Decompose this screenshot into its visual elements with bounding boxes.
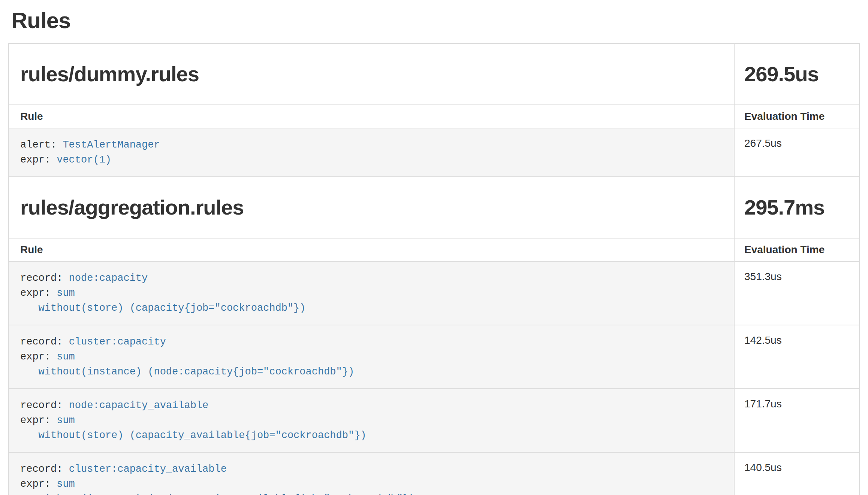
evaluation-time-column-header: Evaluation Time [735,238,859,261]
group-title: rules/aggregation.rules [9,176,735,238]
rule-expr-link[interactable]: without(instance) (node:capacity{job="co… [20,366,354,377]
rule-row: record: node:capacity_available expr: su… [9,388,735,452]
rule-field-key: expr: [20,415,57,426]
rules-page: Rules rules/dummy.rules269.5usRuleEvalua… [0,0,868,495]
rule-field-key: expr: [20,154,57,165]
evaluation-time-column-header: Evaluation Time [735,104,859,128]
group-evaluation-total: 295.7ms [735,176,859,238]
rule-row: alert: TestAlertManager expr: vector(1) [9,128,735,176]
rule-evaluation-time: 142.5us [735,325,859,388]
rule-name-link[interactable]: cluster:capacity [69,336,166,347]
rule-definition: record: cluster:capacity_available expr:… [20,462,723,495]
rule-evaluation-time: 351.3us [735,261,859,325]
rule-name-link[interactable]: TestAlertManager [63,139,160,151]
rule-evaluation-time: 171.7us [735,388,859,452]
rule-field-key: record: [20,400,69,411]
rule-expr-link[interactable]: sum [57,351,75,362]
rule-column-header: Rule [9,238,735,261]
group-evaluation-total: 269.5us [735,44,859,104]
rule-name-link[interactable]: node:capacity_available [69,400,209,411]
rule-field-key: alert: [20,139,63,151]
rule-definition: record: node:capacity_available expr: su… [20,398,723,443]
rule-expr-link[interactable]: sum [57,415,75,426]
rule-row: record: node:capacity expr: sum without(… [9,261,735,325]
rule-evaluation-time: 140.5us [735,452,859,495]
rules-table: rules/dummy.rules269.5usRuleEvaluation T… [8,43,860,495]
rule-evaluation-time: 267.5us [735,128,859,176]
rule-expr-link[interactable]: sum [57,479,75,490]
rule-field-key: expr: [20,479,57,490]
rule-expr-link[interactable]: without(store) (capacity{job="cockroachd… [20,303,306,314]
rule-expr-link[interactable]: without(store) (capacity_available{job="… [20,430,367,441]
rule-name-link[interactable]: cluster:capacity_available [69,464,227,475]
rule-field-key: record: [20,464,69,475]
rule-expr-link[interactable]: without(instance) (node:capacity_availab… [20,494,415,495]
rule-name-link[interactable]: node:capacity [69,273,148,284]
rule-definition: record: node:capacity expr: sum without(… [20,271,723,316]
rule-field-key: record: [20,273,69,284]
rule-field-key: expr: [20,288,57,299]
rule-field-key: expr: [20,351,57,362]
page-title: Rules [11,7,860,33]
rule-definition: record: cluster:capacity expr: sum witho… [20,334,723,379]
group-title: rules/dummy.rules [9,44,735,104]
rule-expr-link[interactable]: sum [57,288,75,299]
rule-column-header: Rule [9,104,735,128]
rule-row: record: cluster:capacity expr: sum witho… [9,325,735,388]
rule-expr-link[interactable]: vector(1) [57,154,111,165]
rule-definition: alert: TestAlertManager expr: vector(1) [20,137,723,167]
rule-field-key: record: [20,336,69,347]
rule-row: record: cluster:capacity_available expr:… [9,452,735,495]
